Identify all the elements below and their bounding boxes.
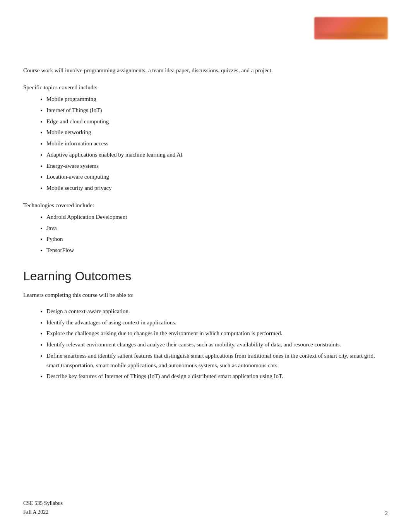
list-item: Describe key features of Internet of Thi…	[46, 372, 380, 381]
list-item: Mobile information access	[46, 139, 380, 148]
list-item: Adaptive applications enabled by machine…	[46, 150, 380, 160]
list-item: Identify the advantages of using context…	[46, 318, 380, 327]
list-item: Explore the challenges arising due to ch…	[46, 329, 380, 338]
list-item: Mobile networking	[46, 128, 380, 137]
intro-paragraph: Course work will involve programming ass…	[23, 66, 380, 75]
topics-list: Mobile programming Internet of Things (I…	[23, 94, 380, 193]
list-item: TensorFlow	[46, 246, 380, 255]
list-item: Mobile programming	[46, 94, 380, 104]
list-item: Energy-aware systems	[46, 161, 380, 171]
list-item: Android Application Development	[46, 212, 380, 222]
learning-outcomes-list: Design a context-aware application. Iden…	[23, 307, 380, 381]
footer: CSE 535 Syllabus Fall A 2022 2	[23, 499, 388, 517]
list-item: Python	[46, 234, 380, 244]
list-item: Edge and cloud computing	[46, 117, 380, 126]
technologies-list: Android Application Development Java Pyt…	[23, 212, 380, 255]
learners-intro: Learners completing this course will be …	[23, 290, 380, 300]
list-item: Define smartness and identify salient fe…	[46, 351, 380, 370]
logo-area	[310, 15, 388, 41]
list-item: Internet of Things (IoT)	[46, 106, 380, 115]
list-item: Java	[46, 223, 380, 233]
course-name: CSE 535 Syllabus	[23, 499, 63, 508]
list-item: Location-aware computing	[46, 172, 380, 182]
technologies-label: Technologies covered include:	[23, 201, 380, 210]
semester: Fall A 2022	[23, 508, 63, 517]
list-item: Identify relevant environment changes an…	[46, 340, 380, 350]
list-item: Mobile security and privacy	[46, 183, 380, 193]
footer-left: CSE 535 Syllabus Fall A 2022	[23, 499, 63, 517]
university-logo	[314, 17, 388, 39]
topics-label: Specific topics covered include:	[23, 83, 380, 92]
page-number: 2	[385, 510, 388, 517]
learning-outcomes-heading: Learning Outcomes	[23, 269, 380, 283]
page: Course work will involve programming ass…	[0, 0, 411, 532]
list-item: Design a context-aware application.	[46, 307, 380, 316]
